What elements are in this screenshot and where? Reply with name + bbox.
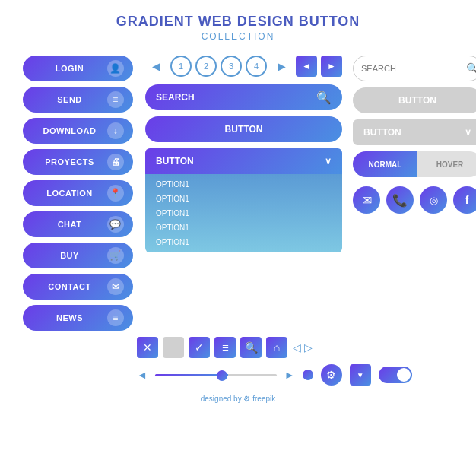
footer-text: designed by xyxy=(201,395,242,403)
proyects-button[interactable]: PROYECTS 🖨 xyxy=(23,149,133,175)
email-social-icon[interactable]: ✉ xyxy=(353,186,380,214)
dropdown-option-3[interactable]: OPTION1 xyxy=(145,206,342,221)
footer-icon: ⚙ xyxy=(243,395,252,403)
login-label: LOGIN xyxy=(32,64,107,73)
dropdown-open: BUTTON ∨ OPTION1 OPTION1 OPTION1 OPTION1… xyxy=(145,148,342,252)
right-column: 🔍 BUTTON BUTTON ∨ NORMAL HOV xyxy=(353,56,476,331)
chevron-down-icon: ∨ xyxy=(325,156,332,167)
dropdown-arrow-button[interactable]: ▼ xyxy=(350,364,371,386)
phone-social-icon[interactable]: 📞 xyxy=(386,186,414,214)
dropdown-option-4[interactable]: OPTION1 xyxy=(145,221,342,235)
lines-checkbox[interactable]: ☰ xyxy=(214,337,236,358)
wide-button[interactable]: BUTTON xyxy=(145,116,342,142)
checkbox-row: ✕ ✓ ☰ 🔍 ⌂ ◁ ▷ xyxy=(23,337,453,358)
proyects-label: PROYECTS xyxy=(32,157,107,167)
download-label: DOWNLOAD xyxy=(32,126,107,135)
checkmark-checkbox[interactable]: ✓ xyxy=(189,337,210,358)
dropdown-option-1[interactable]: OPTION1 xyxy=(145,177,342,192)
news-icon: ≡ xyxy=(107,309,124,326)
send-label: SEND xyxy=(32,95,107,104)
cart-icon: 🛒 xyxy=(107,247,124,264)
gray-dropdown[interactable]: BUTTON ∨ xyxy=(353,119,476,145)
toggle-switch[interactable] xyxy=(379,367,412,383)
location-button[interactable]: LOCATION 📍 xyxy=(23,180,133,206)
normal-label: NORMAL xyxy=(369,160,402,169)
gray-button-label: BUTTON xyxy=(398,95,436,106)
arrow-left-square[interactable]: ◄ xyxy=(296,56,317,77)
location-label: LOCATION xyxy=(32,189,107,198)
search-input[interactable] xyxy=(361,64,466,73)
search-input-icon: 🔍 xyxy=(466,62,476,75)
envelope-icon: ✉ xyxy=(107,278,124,295)
x-checkbox[interactable]: ✕ xyxy=(137,337,158,358)
page-3-button[interactable]: 3 xyxy=(221,56,242,77)
login-button[interactable]: LOGIN 👤 xyxy=(23,56,133,81)
dropdown-body: OPTION1 OPTION1 OPTION1 OPTION1 OPTION1 xyxy=(145,174,342,252)
chat-label: CHAT xyxy=(32,220,107,229)
slider-right-arrow[interactable]: ► xyxy=(284,369,295,381)
location-icon: 📍 xyxy=(107,185,124,202)
gray-dropdown-label: BUTTON xyxy=(363,127,401,138)
download-button[interactable]: DOWNLOAD ↓ xyxy=(23,118,133,144)
slider-track[interactable] xyxy=(155,374,277,376)
slider-row: ◄ ► ⚙ ▼ xyxy=(23,364,453,386)
prev-left-arrow[interactable]: ◀ xyxy=(145,56,167,77)
search-button-label: SEARCH xyxy=(156,92,195,103)
slider-thumb[interactable] xyxy=(217,370,227,381)
buy-label: BUY xyxy=(32,251,107,260)
instagram-social-icon[interactable]: ◎ xyxy=(420,186,447,214)
search-magnify-icon: 🔍 xyxy=(316,90,332,105)
page-subtitle: COLLECTION xyxy=(23,31,453,42)
chat-icon: 💬 xyxy=(107,216,124,233)
footer-brand: freepik xyxy=(252,395,275,403)
left-button-column: LOGIN 👤 SEND ≡ DOWNLOAD ↓ PROYECTS 🖨 LOC… xyxy=(23,56,133,331)
page-2-button[interactable]: 2 xyxy=(195,56,217,77)
home-checkbox[interactable]: ⌂ xyxy=(266,337,287,358)
printer-icon: 🖨 xyxy=(107,154,124,170)
news-label: NEWS xyxy=(32,313,107,322)
wide-button-label: BUTTON xyxy=(225,124,263,135)
page-title: GRADIENT WEB DESIGN BUTTON xyxy=(23,14,453,30)
next-right-arrow[interactable]: ▶ xyxy=(271,56,292,77)
send-button[interactable]: SEND ≡ xyxy=(23,87,133,113)
dropdown-header[interactable]: BUTTON ∨ xyxy=(145,148,342,174)
hover-option[interactable]: HOVER xyxy=(417,151,476,177)
gray-button[interactable]: BUTTON xyxy=(353,87,476,113)
pagination-row: ◀ 1 2 3 4 ▶ ◄ ► xyxy=(145,56,342,77)
bottom-section: ✕ ✓ ☰ 🔍 ⌂ ◁ ▷ ◄ ► ⚙ ▼ xyxy=(23,337,453,386)
gear-icon-button[interactable]: ⚙ xyxy=(321,364,342,386)
magnify-checkbox[interactable]: 🔍 xyxy=(240,337,262,358)
search-input-wrap[interactable]: 🔍 xyxy=(353,56,476,81)
social-icons-row: ✉ 📞 ◎ f xyxy=(353,186,476,214)
contact-button[interactable]: CONTACT ✉ xyxy=(23,274,133,300)
dropdown-header-label: BUTTON xyxy=(156,156,194,167)
page-1-button[interactable]: 1 xyxy=(170,56,192,77)
news-button[interactable]: NEWS ≡ xyxy=(23,305,133,331)
send-icon: ≡ xyxy=(107,91,124,108)
normal-option[interactable]: NORMAL xyxy=(353,151,417,177)
hover-label: HOVER xyxy=(436,160,464,169)
search-gradient-button[interactable]: SEARCH 🔍 xyxy=(145,84,342,110)
facebook-social-icon[interactable]: f xyxy=(453,186,476,214)
dropdown-option-2[interactable]: OPTION1 xyxy=(145,192,342,206)
mid-column: ◀ 1 2 3 4 ▶ ◄ ► SEARCH 🔍 BUTTON xyxy=(145,56,342,331)
empty-checkbox[interactable] xyxy=(163,337,184,358)
toggle-knob xyxy=(397,368,411,382)
buy-button[interactable]: BUY 🛒 xyxy=(23,243,133,268)
contact-label: CONTACT xyxy=(32,282,107,291)
footer: designed by ⚙ freepik xyxy=(23,395,453,403)
slider-dot[interactable] xyxy=(303,370,313,380)
download-icon: ↓ xyxy=(107,122,124,139)
dropdown-option-5[interactable]: OPTION1 xyxy=(145,235,342,249)
gray-chevron-icon: ∨ xyxy=(465,127,471,138)
user-icon: 👤 xyxy=(107,60,124,77)
slider-left-arrow[interactable]: ◄ xyxy=(137,369,148,381)
normal-hover-toggle: NORMAL HOVER xyxy=(353,151,476,177)
arrow-right-square[interactable]: ► xyxy=(321,56,342,77)
page-4-button[interactable]: 4 xyxy=(246,56,267,77)
arrow-lr-button[interactable]: ◁ ▷ xyxy=(292,337,313,358)
chat-button[interactable]: CHAT 💬 xyxy=(23,211,133,237)
